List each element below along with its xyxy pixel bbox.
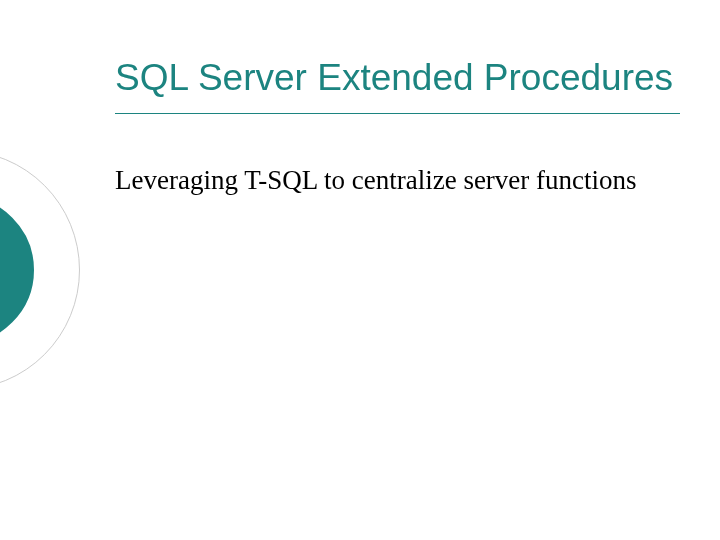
title-divider [115, 113, 680, 114]
slide-subtitle: Leveraging T-SQL to centralize server fu… [115, 162, 680, 198]
slide-title: SQL Server Extended Procedures [115, 55, 680, 101]
slide-content: SQL Server Extended Procedures Leveragin… [115, 55, 680, 199]
